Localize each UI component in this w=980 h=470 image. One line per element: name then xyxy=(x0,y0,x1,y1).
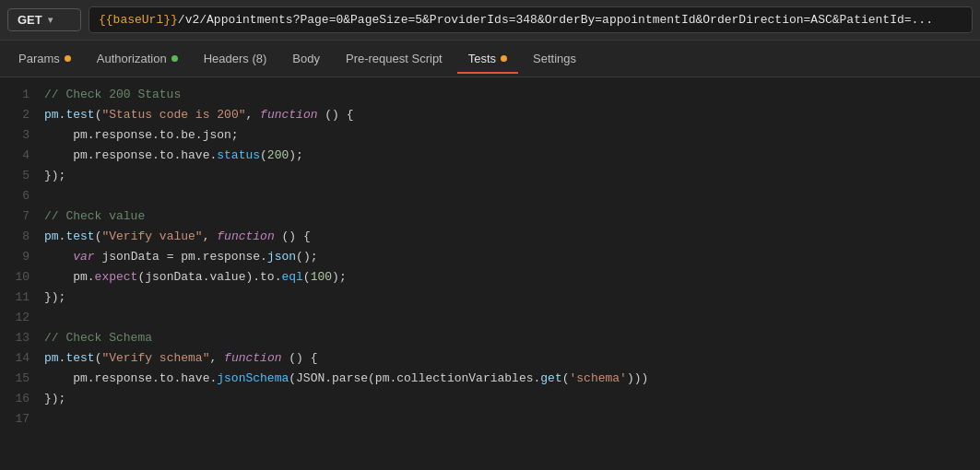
token-comment: // Check 200 Status xyxy=(44,88,181,101)
token-plain: ); xyxy=(289,148,303,162)
token-plain xyxy=(44,250,73,264)
code-line-8: 8pm.test("Verify value", function () { xyxy=(0,227,980,247)
line-number-2: 2 xyxy=(0,106,44,124)
token-number: 100 xyxy=(311,270,332,284)
method-selector[interactable]: GET ▾ xyxy=(7,8,81,31)
line-content-11: }); xyxy=(44,288,980,307)
line-number-3: 3 xyxy=(0,126,44,145)
token-method: json xyxy=(267,250,296,264)
line-content-7: // Check value xyxy=(44,207,980,226)
line-content-4: pm.response.to.have.status(200); xyxy=(44,147,980,165)
url-input[interactable]: {{baseUrl}}/v2/Appointments?Page=0&PageS… xyxy=(89,6,973,33)
code-line-14: 14pm.test("Verify schema", function () { xyxy=(0,348,980,369)
tab-dot-tests xyxy=(501,55,507,62)
token-plain: }); xyxy=(44,392,65,405)
line-number-17: 17 xyxy=(0,410,44,429)
token-plain: ))) xyxy=(627,371,648,385)
token-pm: pm xyxy=(44,351,59,365)
line-number-16: 16 xyxy=(0,390,44,408)
tab-body[interactable]: Body xyxy=(281,44,331,73)
line-number-12: 12 xyxy=(0,309,44,327)
token-method: test xyxy=(65,351,94,365)
line-number-7: 7 xyxy=(0,207,44,226)
token-plain: jsonData = pm.response. xyxy=(95,250,267,264)
tab-tests[interactable]: Tests xyxy=(457,44,518,73)
tab-params[interactable]: Params xyxy=(7,44,82,73)
token-string: "Status code is 200" xyxy=(101,108,245,122)
line-content-13: // Check Schema xyxy=(44,329,980,347)
tab-headers[interactable]: Headers (8) xyxy=(193,44,278,73)
token-plain: () { xyxy=(318,108,354,122)
url-path: /v2/Appointments?Page=0&PageSize=5&Provi… xyxy=(178,13,933,27)
tab-settings[interactable]: Settings xyxy=(522,44,587,73)
token-string: "Verify value" xyxy=(101,229,202,243)
chevron-down-icon: ▾ xyxy=(48,15,53,25)
token-plain: pm.response.to.have. xyxy=(44,148,217,162)
token-blue: eql xyxy=(281,270,302,284)
line-content-9: var jsonData = pm.response.json(); xyxy=(44,248,980,266)
token-plain: , xyxy=(245,108,260,122)
line-number-9: 9 xyxy=(0,248,44,266)
token-comment: // Check value xyxy=(44,209,145,223)
code-line-17: 17 xyxy=(0,409,980,429)
tab-label-params: Params xyxy=(18,52,60,65)
tab-label-tests: Tests xyxy=(468,52,496,65)
line-content-5: }); xyxy=(44,167,980,185)
tab-prerequest[interactable]: Pre-request Script xyxy=(335,44,454,73)
token-plain: }); xyxy=(44,169,65,182)
token-plain: ( xyxy=(260,148,267,162)
token-plain: (jsonData.value).to. xyxy=(137,270,281,284)
code-line-11: 11}); xyxy=(0,288,980,308)
line-number-5: 5 xyxy=(0,167,44,185)
token-plain: pm.response.to.have. xyxy=(44,371,217,385)
line-content-8: pm.test("Verify value", function () { xyxy=(44,228,980,246)
token-blue: jsonSchema xyxy=(217,371,289,385)
tab-label-prerequest: Pre-request Script xyxy=(346,52,443,65)
tab-dot-params xyxy=(65,55,71,62)
token-keyword: function xyxy=(260,108,317,122)
token-plain: }); xyxy=(44,290,65,304)
line-number-10: 10 xyxy=(0,268,44,287)
line-number-1: 1 xyxy=(0,86,44,104)
token-keyword: var xyxy=(73,250,94,264)
line-number-8: 8 xyxy=(0,228,44,246)
code-line-5: 5}); xyxy=(0,166,980,186)
line-content-3: pm.response.to.be.json; xyxy=(44,126,980,145)
token-comment: // Check Schema xyxy=(44,331,152,345)
code-line-2: 2pm.test("Status code is 200", function … xyxy=(0,105,980,125)
token-pm: pm xyxy=(44,229,59,243)
tab-label-settings: Settings xyxy=(533,52,576,65)
code-line-6: 6 xyxy=(0,186,980,206)
tab-authorization[interactable]: Authorization xyxy=(86,44,189,73)
code-line-10: 10 pm.expect(jsonData.value).to.eql(100)… xyxy=(0,267,980,288)
code-line-7: 7// Check value xyxy=(0,206,980,227)
token-string: "Verify schema" xyxy=(101,351,209,365)
token-method: test xyxy=(65,229,94,243)
code-line-13: 13// Check Schema xyxy=(0,328,980,348)
line-number-4: 4 xyxy=(0,147,44,165)
tab-bar: ParamsAuthorizationHeaders (8)BodyPre-re… xyxy=(0,41,980,77)
line-number-6: 6 xyxy=(0,187,44,206)
token-plain: ( xyxy=(562,371,570,385)
code-line-4: 4 pm.response.to.have.status(200); xyxy=(0,146,980,166)
tab-label-body: Body xyxy=(292,52,320,65)
token-plain: (JSON.parse(pm.collectionVariables. xyxy=(289,371,540,385)
token-plain: pm. xyxy=(44,270,95,284)
token-plain: pm.response.to.be.json; xyxy=(44,128,239,142)
code-area[interactable]: 1// Check 200 Status2pm.test("Status cod… xyxy=(0,77,980,470)
line-content-10: pm.expect(jsonData.value).to.eql(100); xyxy=(44,268,980,287)
token-plain: , xyxy=(203,229,218,243)
method-label: GET xyxy=(18,13,42,27)
token-plain: () { xyxy=(275,229,311,243)
token-expect: expect xyxy=(95,270,138,284)
token-pm: pm xyxy=(44,108,59,122)
token-string: 'schema' xyxy=(570,371,627,385)
token-plain: () { xyxy=(282,351,318,365)
code-line-1: 1// Check 200 Status xyxy=(0,85,980,105)
token-keyword: function xyxy=(224,351,281,365)
token-keyword: function xyxy=(217,229,274,243)
code-line-16: 16}); xyxy=(0,389,980,409)
token-plain: ( xyxy=(303,270,311,284)
token-method: test xyxy=(65,108,94,122)
line-number-13: 13 xyxy=(0,329,44,347)
